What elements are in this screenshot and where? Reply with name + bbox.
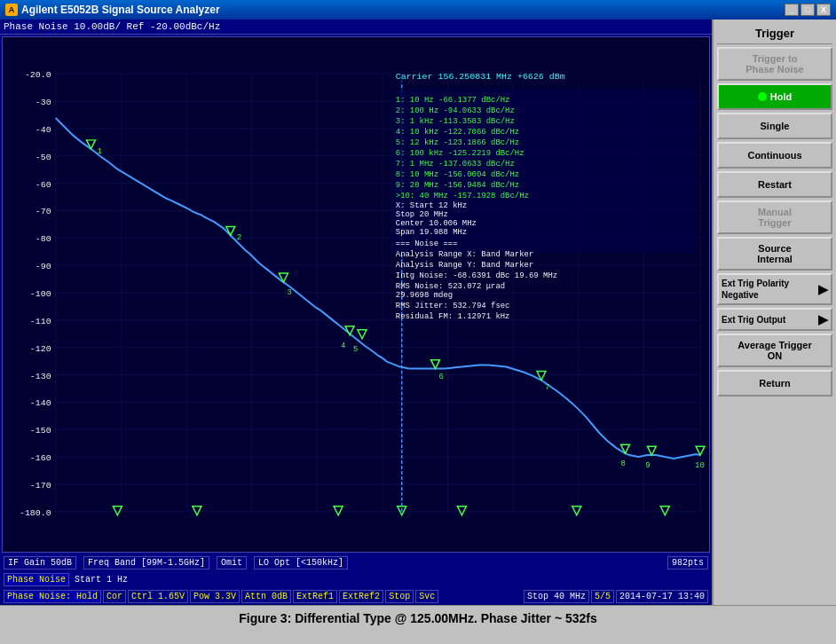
svg-text:8: 8 xyxy=(621,459,626,468)
source-internal-label: Source Internal xyxy=(757,243,793,264)
svg-text:RMS Jitter: 532.794 fsec: RMS Jitter: 532.794 fsec xyxy=(396,302,510,310)
page-segment: 5/5 xyxy=(591,590,614,603)
svg-text:-180.0: -180.0 xyxy=(20,508,51,518)
cor-segment: Cor xyxy=(103,590,126,603)
hold-indicator xyxy=(758,92,767,101)
return-label: Return xyxy=(759,378,790,389)
plot-header: Phase Noise 10.00dB/ Ref -20.00dBc/Hz xyxy=(0,20,712,35)
svg-text:5: 5 xyxy=(353,345,358,354)
hold-segment: Phase Noise: Hold xyxy=(4,590,101,603)
main-container: Phase Noise 10.00dB/ Ref -20.00dBc/Hz xyxy=(0,20,836,605)
mode-segment: Phase Noise xyxy=(4,573,69,586)
ext-trig-polarity-label: Ext Trig PolarityNegative xyxy=(722,278,789,301)
plot-area: Phase Noise 10.00dB/ Ref -20.00dBc/Hz xyxy=(0,20,712,605)
freq-band-status: Freq Band [99M-1.5GHz] xyxy=(83,556,209,569)
svg-text:Carrier  156.250831 MHz    +66: Carrier 156.250831 MHz +6626 dBm xyxy=(396,72,565,82)
ext-trig-output-arrow-icon: ▶ xyxy=(818,312,828,326)
svg-text:1:   10 Hz      -66.1377  dBc/: 1: 10 Hz -66.1377 dBc/Hz xyxy=(396,96,510,105)
svg-text:9:   20 MHz    -156.9484  dBc/: 9: 20 MHz -156.9484 dBc/Hz xyxy=(396,181,519,190)
continuous-label: Continuous xyxy=(747,150,801,161)
status-bar1: IF Gain 50dB Freq Band [99M-1.5GHz] Omit… xyxy=(0,554,712,571)
svg-text:6:  100 kHz    -125.2219  dBc/: 6: 100 kHz -125.2219 dBc/Hz xyxy=(396,149,524,158)
svg-text:-150: -150 xyxy=(30,426,51,436)
svg-text:-160: -160 xyxy=(30,453,51,463)
app-icon: A xyxy=(5,4,18,16)
svg-text:-80: -80 xyxy=(35,234,51,244)
restart-label: Restart xyxy=(758,179,792,190)
svg-text:29.9698 mdeg: 29.9698 mdeg xyxy=(396,291,453,300)
average-trigger-label: Average Trigger ON xyxy=(737,340,811,361)
status-bar2: Phase Noise Start 1 Hz xyxy=(0,571,712,588)
ext-trig-polarity-button[interactable]: Ext Trig PolarityNegative ▶ xyxy=(717,273,832,305)
svg-text:4: 4 xyxy=(341,342,345,350)
manual-trigger-button[interactable]: Manual Trigger xyxy=(717,200,832,234)
svg-text:1: 1 xyxy=(97,147,101,156)
return-button[interactable]: Return xyxy=(717,370,832,397)
svg-text:-70: -70 xyxy=(35,207,51,216)
close-button[interactable]: X xyxy=(816,4,831,16)
svg-text:8:   10 MHz    -156.0004  dBc/: 8: 10 MHz -156.0004 dBc/Hz xyxy=(396,170,519,179)
svg-text:>10:  40 MHz    -157.1928  dBc: >10: 40 MHz -157.1928 dBc/Hz xyxy=(396,192,529,200)
svg-text:Analysis Range X: Band Marker: Analysis Range X: Band Marker xyxy=(396,250,534,259)
svg-text:RMS Noise: 523.072 μrad: RMS Noise: 523.072 μrad xyxy=(396,282,505,291)
hold-label: Hold xyxy=(770,91,792,102)
svg-text:-140: -140 xyxy=(30,398,51,408)
timestamp: 2014-07-17 13:40 xyxy=(616,590,708,603)
svg-text:2: 2 xyxy=(237,233,241,242)
svg-text:3:    1 kHz    -113.3583  dBc/: 3: 1 kHz -113.3583 dBc/Hz xyxy=(396,117,515,126)
stop-freq: Stop 40 MHz xyxy=(524,590,589,603)
graph-container: -20.0 -30 -40 -50 -60 -70 -80 -90 -100 -… xyxy=(2,36,710,553)
svg-text:7:    1 MHz    -137.0633  dBc/: 7: 1 MHz -137.0633 dBc/Hz xyxy=(396,160,515,169)
minimize-button[interactable]: _ xyxy=(785,4,799,16)
continuous-button[interactable]: Continuous xyxy=(717,142,832,169)
svg-text:=== Noise ===: === Noise === xyxy=(396,240,458,248)
status-bar3: Phase Noise: Hold Cor Ctrl 1.65V Pow 3.3… xyxy=(0,588,712,605)
svg-text:3: 3 xyxy=(287,288,291,297)
extref2-segment: ExtRef2 xyxy=(339,590,383,603)
average-trigger-button[interactable]: Average Trigger ON xyxy=(717,334,832,367)
window-title: Agilent E5052B Signal Source Analyzer xyxy=(21,4,220,16)
ctrl-segment: Ctrl 1.65V xyxy=(128,590,188,603)
svg-text:6: 6 xyxy=(439,373,444,381)
omit-status: Omit xyxy=(217,556,247,569)
svg-text:Stop 20 MHz: Stop 20 MHz xyxy=(396,210,448,219)
single-button[interactable]: Single xyxy=(717,113,832,139)
svg-text:9: 9 xyxy=(645,461,650,470)
svg-text:-90: -90 xyxy=(35,262,51,271)
pow-segment: Pow 3.3V xyxy=(190,590,240,603)
svg-text:-110: -110 xyxy=(30,317,51,326)
svg-text:-20.0: -20.0 xyxy=(25,70,51,80)
svg-text:-60: -60 xyxy=(35,180,51,190)
svg-text:-120: -120 xyxy=(30,344,51,354)
svg-text:Intg Noise: -68.6391 dBc  19.6: Intg Noise: -68.6391 dBc 19.69 MHz xyxy=(396,271,557,280)
single-label: Single xyxy=(760,121,789,131)
start-label: Start 1 Hz xyxy=(75,575,128,585)
svg-text:Analysis Range Y: Band Marker: Analysis Range Y: Band Marker xyxy=(396,261,534,270)
caption-text: Figure 3: Differential Type @ 125.00MHz.… xyxy=(239,611,597,625)
svg-text:Residual FM: 1.12971 kHz: Residual FM: 1.12971 kHz xyxy=(396,312,510,321)
svg-text:Center 10.006 MHz: Center 10.006 MHz xyxy=(396,219,477,228)
trigger-to-phase-noise-button[interactable]: Trigger to Phase Noise xyxy=(717,47,832,81)
panel-title: Trigger xyxy=(717,23,832,44)
ext-trig-output-button[interactable]: Ext Trig Output ▶ xyxy=(717,308,832,331)
svg-text:10: 10 xyxy=(695,461,705,470)
source-internal-button[interactable]: Source Internal xyxy=(717,237,832,271)
svg-text:4:   10 kHz    -122.7066  dBc/: 4: 10 kHz -122.7066 dBc/Hz xyxy=(396,128,519,137)
maximize-button[interactable]: □ xyxy=(801,4,815,16)
stop-segment: Stop xyxy=(385,590,414,603)
window-controls[interactable]: _ □ X xyxy=(785,4,831,16)
svg-text:-100: -100 xyxy=(30,289,51,299)
manual-trigger-label: Manual Trigger xyxy=(758,207,792,228)
graph-svg: -20.0 -30 -40 -50 -60 -70 -80 -90 -100 -… xyxy=(3,37,709,552)
svg-text:Span 19.988 MHz: Span 19.988 MHz xyxy=(396,228,467,237)
figure-caption: Figure 3: Differential Type @ 125.00MHz.… xyxy=(0,605,836,631)
svg-text:2:  100 Hz      -94.0633  dBc/: 2: 100 Hz -94.0633 dBc/Hz xyxy=(396,106,515,115)
svg-text:-30: -30 xyxy=(35,98,51,107)
hold-button[interactable]: Hold xyxy=(717,83,832,110)
svg-text:-170: -170 xyxy=(30,481,51,491)
right-panel: Trigger Trigger to Phase Noise Hold Sing… xyxy=(712,20,836,605)
restart-button[interactable]: Restart xyxy=(717,171,832,198)
svg-text:5:   12 kHz    -123.1866  dBc/: 5: 12 kHz -123.1866 dBc/Hz xyxy=(396,138,519,147)
if-gain-status: IF Gain 50dB xyxy=(4,556,76,569)
ext-trig-arrow-icon: ▶ xyxy=(818,282,828,296)
